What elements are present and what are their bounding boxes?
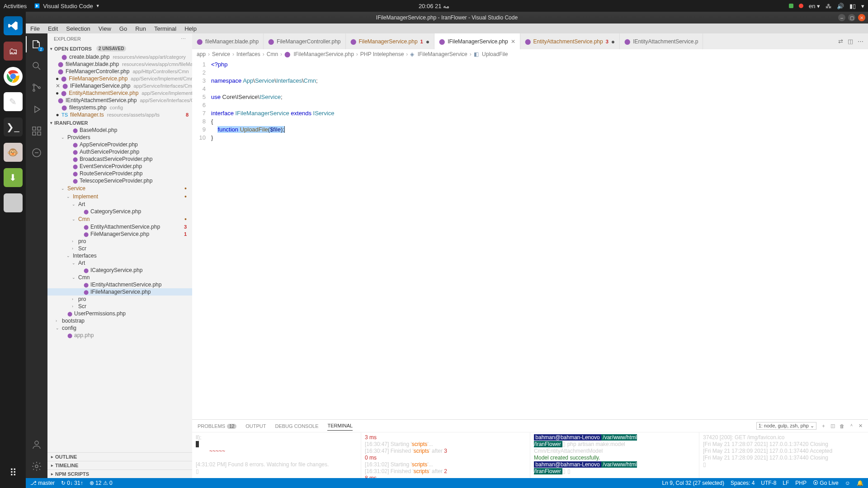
kill-terminal-icon[interactable]: 🗑 [840,423,844,429]
terminal-2[interactable]: 3 ms [16:30:47] Starting 'scripts'... [1… [361,432,530,478]
maximize-panel-icon[interactable]: ＾ [849,422,854,429]
panel-tab-debug[interactable]: DEBUG CONSOLE [275,422,319,431]
battery-icon[interactable]: ▮▯ [849,3,856,9]
terminal-3[interactable]: bahman@bahman-Lenovo /var/www/html /Iran… [530,432,699,478]
compare-icon[interactable]: ⇄ [838,38,843,45]
system-menu-chevron[interactable]: ▾ [861,3,864,9]
menu-file[interactable]: File [30,25,40,32]
timeline-section[interactable]: ▸TIMELINE [47,461,192,469]
tree-file[interactable]: ⬤ UserPermissions.php [47,310,192,317]
tree-folder[interactable]: ›bootstrap [47,317,192,324]
status-bell-icon[interactable]: 🔔 [857,480,863,486]
activity-debug-icon[interactable] [30,103,43,116]
window-close-button[interactable]: ✕ [858,14,865,21]
status-eol[interactable]: LF [783,480,789,486]
tree-folder[interactable]: ⌄Art [47,201,192,208]
tree-folder[interactable]: ⌄Implement• [47,192,192,201]
network-icon[interactable]: ⁂ [826,3,831,9]
window-minimize-button[interactable]: – [838,14,845,21]
tree-folder[interactable]: ⌄Interfaces [47,252,192,259]
menu-run[interactable]: Run [135,25,146,32]
dock-gedit-icon[interactable]: ✎ [4,92,23,111]
editor-tab[interactable]: ⬤EntityAttachmentService.php3● [520,33,620,49]
activity-search-icon[interactable] [30,60,43,72]
activity-explorer-icon[interactable]: 2 [30,38,43,51]
activities-button[interactable]: Activities [4,3,27,9]
tree-folder[interactable]: ›Scr [47,245,192,252]
editor-tab[interactable]: ⬤IFileManagerService.php✕ [434,33,520,49]
language-indicator[interactable]: en ▾ [809,3,820,9]
close-tab-icon[interactable]: ✕ [511,38,515,45]
terminal-1[interactable]: ll); ~~~~~ [4:31:02 PM] Found 8 errors. … [192,432,361,478]
open-editor-item[interactable]: ✕⬤IFileManagerService.phpapp/Service/Int… [47,82,192,89]
dock-app-icon[interactable]: ⬇ [4,168,23,187]
tree-file[interactable]: ⬤ BroadcastServiceProvider.php [47,155,192,163]
outline-section[interactable]: ▸OUTLINE [47,452,192,461]
tree-folder[interactable]: ⌄Cmn• [47,215,192,223]
status-cursor-pos[interactable]: Ln 9, Col 32 (27 selected) [662,480,724,486]
open-editor-item[interactable]: ⬤fileManager.blade.phpresources/views/ap… [47,61,192,68]
menu-go[interactable]: Go [119,25,127,32]
project-header[interactable]: ▾IRANFLOWER [47,119,192,127]
editor-tab[interactable]: ⬤FileManagerService.php1● [346,33,435,49]
tree-file[interactable]: ⬤ AuthServiceProvider.php [47,148,192,155]
editor-tab[interactable]: ⬤FileManagerController.php [264,33,345,49]
npm-scripts-section[interactable]: ▸NPM SCRIPTS [47,469,192,478]
tree-file[interactable]: ⬤ FileManagerService.php1 [47,230,192,238]
more-actions-icon[interactable]: ⋯ [858,38,863,45]
tree-file[interactable]: ⬤ CategoryService.php [47,208,192,215]
close-panel-icon[interactable]: ✕ [859,423,863,429]
current-app-menu[interactable]: Visual Studio Code ▼ [34,3,99,9]
status-branch[interactable]: ⎇ master [30,480,55,486]
dock-app-icon[interactable]: ⚙ [4,193,23,212]
status-problems[interactable]: ⊗ 12 ⚠ 0 [90,480,113,486]
open-editor-item[interactable]: ⬤create.blade.phpresources/views/app/art… [47,53,192,61]
terminal-4[interactable]: 37420 [200]: GET /img/favicon.ico [Fri M… [699,432,868,478]
volume-icon[interactable]: 🔊 [837,3,844,9]
activity-test-icon[interactable] [30,146,43,159]
dock-files-icon[interactable]: 🗂 [4,42,23,61]
tree-file[interactable]: ⬤ TelescopeServiceProvider.php [47,177,192,184]
split-editor-icon[interactable]: ◫ [848,38,853,45]
tree-folder[interactable]: ⌄Providers [47,134,192,141]
window-maximize-button[interactable]: ▢ [848,14,855,21]
menu-edit[interactable]: Edit [48,25,58,32]
dock-app-icon[interactable]: 🐵 [4,143,23,162]
tree-file[interactable]: ⬤ AppServiceProvider.php [47,141,192,148]
tree-folder[interactable]: ›Scr [47,303,192,310]
tree-file[interactable]: ⬤ ICategoryService.php [47,267,192,274]
tree-folder[interactable]: ⌄Cmn [47,274,192,281]
tree-folder[interactable]: ›pro [47,238,192,245]
status-language[interactable]: PHP [795,480,807,486]
open-editor-item[interactable]: ⬤filesystems.phpconfig [47,104,192,111]
activity-extensions-icon[interactable] [30,125,43,137]
tray-icon[interactable] [789,4,793,8]
terminal-selector[interactable]: 1: node, gulp, zsh, php ⌄ [756,422,816,430]
tree-folder[interactable]: ⌄config [47,324,192,332]
menu-help[interactable]: Help [184,25,197,32]
editor-tab[interactable]: ⬤fileManager.blade.php [192,33,264,49]
close-icon[interactable]: ✕ [56,83,60,89]
open-editor-item[interactable]: ●⬤EntityAttachmentService.phpapp/Service… [47,89,192,97]
activity-account-icon[interactable] [30,438,43,451]
status-feedback-icon[interactable]: ☺ [845,480,850,486]
editor-tab[interactable]: ⬤IEntityAttachmentService.p [620,33,703,49]
tray-icon[interactable] [799,4,803,8]
clock[interactable]: 20:06 21 مه [419,3,449,9]
panel-tab-output[interactable]: OUTPUT [245,422,266,431]
split-terminal-icon[interactable]: ◫ [830,423,835,429]
activity-scm-icon[interactable] [30,81,43,94]
tree-folder[interactable]: ⌄Service• [47,184,192,192]
dock-vscode-icon[interactable] [4,16,23,35]
code-content[interactable]: <?php namespace App\Service\Interfaces\C… [211,59,868,419]
open-editor-item[interactable]: ●TSfileManager.tsresources/assets/app/ts… [47,111,192,118]
panel-tab-terminal[interactable]: TERMINAL [327,421,353,431]
tree-file[interactable]: ⬤ app.php [47,332,192,339]
status-sync[interactable]: ↻ 0↓ 31↑ [61,480,83,486]
open-editor-item[interactable]: ⬤FileManagerController.phpapp/Http/Contr… [47,68,192,75]
tree-folder[interactable]: ⌄Art [47,259,192,267]
dock-show-apps-icon[interactable]: ⠿ [4,464,23,483]
tree-file[interactable]: ⬤ EntityAttachmentService.php3 [47,223,192,230]
code-editor[interactable]: 12345678910 <?php namespace App\Service\… [192,59,868,419]
activity-settings-icon[interactable] [30,460,43,473]
